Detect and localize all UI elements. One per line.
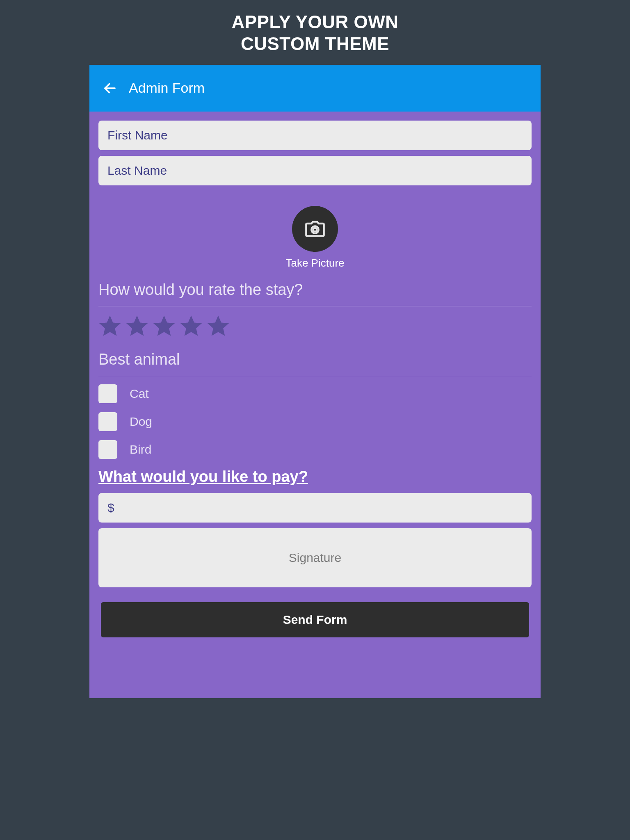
checkbox-row-bird: Bird [98, 440, 532, 459]
app-bar: Admin Form [89, 65, 541, 112]
checkbox-label: Bird [130, 443, 151, 457]
svg-marker-6 [180, 315, 202, 336]
promo-heading: APPLY YOUR OWN CUSTOM THEME [0, 0, 630, 55]
signature-input[interactable]: Signature [98, 528, 532, 587]
best-animal-question-label: Best animal [98, 351, 532, 376]
star-rating [98, 315, 532, 338]
svg-point-2 [313, 228, 317, 231]
checkbox-label: Dog [130, 415, 152, 429]
star-icon[interactable] [126, 315, 148, 338]
checkbox-dog[interactable] [98, 412, 117, 431]
checkbox-bird[interactable] [98, 440, 117, 459]
star-icon[interactable] [153, 315, 176, 338]
spacer [98, 637, 532, 687]
rating-question-label: How would you rate the stay? [98, 281, 532, 306]
svg-marker-5 [153, 315, 175, 336]
promo-line-1: APPLY YOUR OWN [0, 11, 630, 33]
checkbox-row-cat: Cat [98, 384, 532, 403]
form-body: Take Picture How would you rate the stay… [89, 112, 541, 698]
send-form-button[interactable]: Send Form [101, 602, 529, 637]
camera-icon [304, 221, 326, 237]
take-picture-label: Take Picture [98, 257, 532, 269]
svg-marker-3 [99, 315, 121, 336]
checkbox-cat[interactable] [98, 384, 117, 403]
pay-question-label: What would you like to pay? [98, 468, 532, 486]
star-icon[interactable] [180, 315, 203, 338]
take-picture-button[interactable] [292, 206, 338, 252]
page-title: Admin Form [129, 80, 205, 96]
promo-line-2: CUSTOM THEME [0, 33, 630, 55]
svg-marker-4 [126, 315, 148, 336]
svg-marker-7 [208, 315, 229, 336]
star-icon[interactable] [98, 315, 121, 338]
last-name-input[interactable] [98, 156, 532, 185]
first-name-input[interactable] [98, 121, 532, 150]
checkbox-label: Cat [130, 387, 149, 401]
arrow-left-icon[interactable] [103, 81, 117, 96]
checkbox-row-dog: Dog [98, 412, 532, 431]
star-icon[interactable] [207, 315, 230, 338]
pay-amount-input[interactable] [98, 493, 532, 523]
app-frame: Admin Form Take Picture How would you ra… [89, 65, 541, 698]
take-picture-block: Take Picture [98, 206, 532, 269]
signature-placeholder: Signature [289, 551, 341, 565]
